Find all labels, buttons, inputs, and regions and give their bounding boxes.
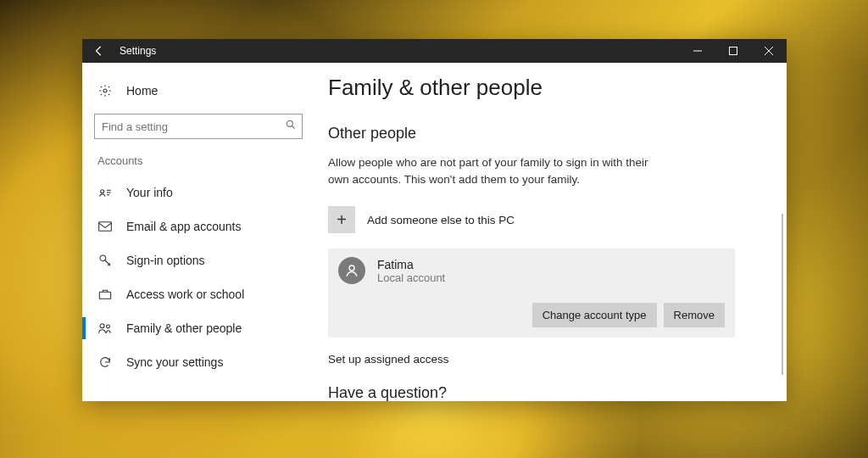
- scrollbar[interactable]: [782, 214, 783, 375]
- add-person-button[interactable]: + Add someone else to this PC: [328, 206, 763, 233]
- gear-icon: [97, 84, 113, 98]
- svg-rect-11: [99, 222, 112, 232]
- user-type: Local account: [377, 271, 445, 284]
- minimize-button[interactable]: [680, 47, 715, 55]
- assigned-access-link[interactable]: Set up assigned access: [328, 353, 763, 366]
- briefcase-icon: [97, 288, 113, 300]
- person-icon: [344, 263, 359, 278]
- sidebar-item-signin[interactable]: Sign-in options: [94, 243, 303, 277]
- sidebar-item-your-info[interactable]: Your info: [94, 176, 303, 209]
- window-title: Settings: [116, 45, 156, 57]
- user-header: Fatima Local account: [338, 257, 725, 284]
- settings-window: Settings Home: [82, 39, 787, 401]
- user-card[interactable]: Fatima Local account Change account type…: [328, 249, 735, 338]
- window-controls: [680, 47, 787, 55]
- user-actions: Change account type Remove: [338, 303, 725, 327]
- sidebar-item-label: Family & other people: [126, 321, 242, 335]
- arrow-left-icon: [93, 45, 105, 57]
- svg-point-15: [107, 325, 110, 328]
- svg-point-16: [349, 265, 354, 271]
- people-icon: [97, 322, 113, 334]
- user-name: Fatima: [377, 258, 445, 271]
- plus-icon: +: [328, 206, 355, 233]
- home-link[interactable]: Home: [94, 75, 303, 107]
- search-icon: [285, 119, 297, 134]
- section-description: Allow people who are not part of your fa…: [328, 154, 650, 187]
- back-button[interactable]: [82, 39, 116, 63]
- key-icon: [97, 254, 113, 267]
- add-label: Add someone else to this PC: [367, 214, 515, 226]
- search-box[interactable]: [94, 114, 303, 139]
- sidebar-item-label: Access work or school: [126, 288, 244, 301]
- remove-button[interactable]: Remove: [664, 303, 725, 327]
- section-label: Accounts: [97, 154, 303, 167]
- sync-icon: [97, 355, 113, 369]
- sidebar-item-family[interactable]: Family & other people: [94, 311, 303, 345]
- page-title: Family & other people: [328, 75, 763, 101]
- main-content: Family & other people Other people Allow…: [320, 63, 787, 401]
- svg-rect-13: [99, 292, 110, 299]
- sidebar-item-label: Sign-in options: [126, 254, 205, 267]
- home-label: Home: [126, 84, 158, 98]
- question-heading: Have a question?: [328, 384, 763, 401]
- sidebar-item-sync[interactable]: Sync your settings: [94, 345, 303, 379]
- svg-point-14: [100, 324, 104, 328]
- person-card-icon: [97, 187, 113, 198]
- sidebar-item-label: Your info: [126, 186, 173, 199]
- title-bar: Settings: [82, 39, 787, 63]
- sidebar-item-label: Email & app accounts: [126, 220, 241, 233]
- section-heading: Other people: [328, 125, 763, 142]
- mail-icon: [97, 221, 113, 232]
- svg-point-4: [103, 89, 107, 92]
- sidebar: Home Accounts Your info Email & app: [82, 63, 320, 401]
- search-input[interactable]: [102, 120, 285, 133]
- close-icon: [765, 47, 773, 55]
- sidebar-item-email[interactable]: Email & app accounts: [94, 209, 303, 243]
- window-body: Home Accounts Your info Email & app: [82, 63, 787, 401]
- close-button[interactable]: [751, 47, 787, 55]
- sidebar-item-label: Sync your settings: [126, 355, 223, 369]
- svg-point-7: [101, 190, 104, 193]
- sidebar-item-work-school[interactable]: Access work or school: [94, 277, 303, 311]
- minimize-icon: [693, 47, 702, 55]
- svg-point-12: [100, 255, 106, 261]
- avatar: [338, 257, 365, 284]
- maximize-button[interactable]: [715, 47, 751, 55]
- change-account-type-button[interactable]: Change account type: [532, 303, 657, 327]
- svg-rect-1: [730, 47, 737, 55]
- svg-line-6: [292, 126, 294, 128]
- svg-point-5: [287, 120, 292, 126]
- maximize-icon: [729, 47, 737, 55]
